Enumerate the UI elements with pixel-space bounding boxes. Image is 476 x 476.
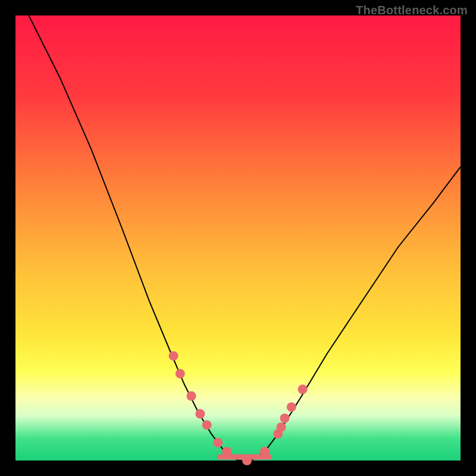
attribution-label: TheBottleneck.com: [356, 4, 468, 17]
bottleneck-chart: [0, 0, 476, 476]
marker-point: [195, 409, 205, 419]
gradient-background: [15, 15, 461, 461]
marker-point: [242, 456, 252, 465]
marker-point: [202, 420, 212, 430]
marker-point: [176, 369, 185, 378]
chart-container: TheBottleneck.com: [0, 0, 476, 476]
marker-point: [260, 447, 270, 456]
marker-point: [187, 392, 196, 401]
marker-point: [280, 414, 290, 423]
marker-point: [222, 447, 231, 456]
marker-point: [277, 422, 286, 432]
marker-point: [287, 402, 296, 412]
marker-point: [213, 438, 223, 447]
marker-point: [298, 384, 308, 394]
marker-point: [169, 351, 178, 361]
